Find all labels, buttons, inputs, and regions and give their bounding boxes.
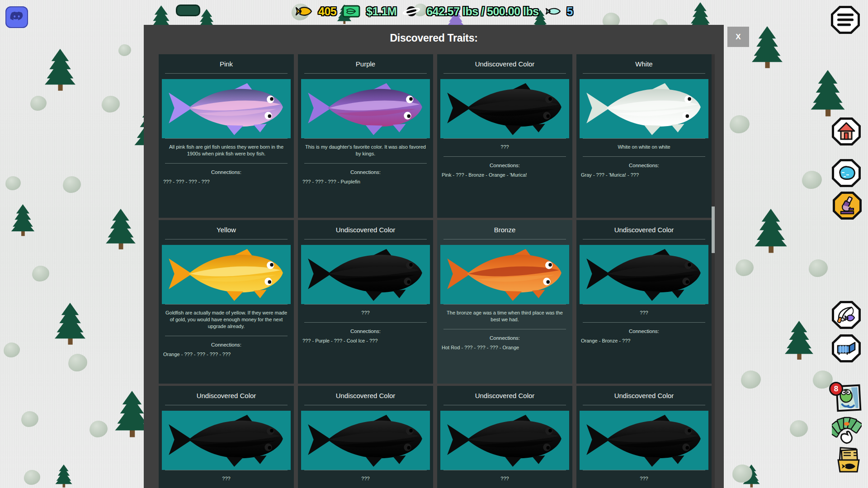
cyan-fish-icon bbox=[545, 6, 561, 17]
raft-button[interactable] bbox=[832, 334, 861, 362]
rock bbox=[736, 259, 754, 276]
divider bbox=[583, 239, 705, 239]
card-title: Yellow bbox=[159, 220, 294, 239]
card-title: Undiscovered Color bbox=[576, 386, 712, 405]
card-description: The bronze age was a time when third pla… bbox=[437, 305, 572, 329]
tackle-box-button[interactable] bbox=[835, 446, 863, 474]
fish-image bbox=[162, 79, 291, 138]
card-title: Undiscovered Color bbox=[298, 386, 433, 405]
raft-icon bbox=[836, 339, 856, 358]
close-button[interactable]: X bbox=[727, 27, 749, 47]
hand-cards-icon bbox=[832, 415, 862, 446]
rock bbox=[741, 371, 761, 389]
trait-card[interactable]: Undiscovered Color ??? Connections: ??? … bbox=[298, 220, 433, 384]
card-description: Goldfish are actually made of yellow. If… bbox=[159, 305, 294, 336]
divider bbox=[583, 304, 705, 305]
rock bbox=[68, 354, 87, 371]
rock bbox=[5, 176, 21, 190]
trait-card[interactable]: Pink All pink fish are girl fish unless … bbox=[159, 54, 294, 218]
fish-image bbox=[580, 79, 708, 138]
divider bbox=[583, 138, 705, 139]
connections-label: Connections: bbox=[298, 328, 433, 334]
trait-card[interactable]: Undiscovered Color ??? Connections: Pink… bbox=[437, 54, 572, 218]
bush bbox=[176, 5, 200, 16]
divider bbox=[443, 470, 566, 470]
connections-label: Connections: bbox=[298, 169, 433, 175]
pine-tree bbox=[105, 209, 136, 250]
fishing-rod-button[interactable] bbox=[832, 301, 861, 329]
divider bbox=[443, 405, 566, 405]
fish-image bbox=[301, 411, 430, 470]
connections-label: Connections: bbox=[159, 169, 294, 175]
trait-card[interactable]: White White on white on white Connection… bbox=[576, 54, 712, 218]
trait-card[interactable]: Bronze The bronze age was a time when th… bbox=[437, 220, 572, 384]
pine-tree bbox=[55, 465, 72, 488]
planet-icon bbox=[402, 4, 420, 19]
rock bbox=[24, 470, 40, 485]
discord-logo-icon bbox=[9, 11, 24, 23]
trait-card[interactable]: Undiscovered Color ??? Connections: bbox=[159, 386, 294, 488]
divider bbox=[583, 470, 705, 470]
card-title: Undiscovered Color bbox=[159, 386, 294, 405]
pine-tree bbox=[754, 209, 788, 254]
rock bbox=[63, 176, 81, 193]
rock bbox=[4, 343, 20, 357]
menu-button[interactable] bbox=[831, 6, 860, 34]
card-title: Undiscovered Color bbox=[576, 220, 712, 239]
game-screen: 405 $1.1M 642.57 lbs / 500.00 lbs 5 Disc… bbox=[0, 0, 868, 488]
card-title: Undiscovered Color bbox=[437, 54, 572, 73]
card-description: ??? bbox=[298, 305, 433, 322]
pond-icon bbox=[836, 164, 856, 183]
card-description: ??? bbox=[159, 470, 294, 488]
card-title: Purple bbox=[298, 54, 433, 73]
divider bbox=[165, 405, 288, 405]
hand-cards-button[interactable] bbox=[832, 415, 862, 446]
card-title: White bbox=[576, 54, 712, 73]
rock bbox=[21, 411, 38, 427]
divider bbox=[443, 239, 566, 239]
money-value: $1.1M bbox=[366, 5, 396, 18]
connections-label: Connections: bbox=[437, 163, 572, 168]
card-title: Pink bbox=[159, 54, 294, 73]
pine-tree bbox=[11, 204, 35, 237]
fish-image bbox=[440, 245, 569, 304]
connections-label: Connections: bbox=[576, 163, 712, 168]
cards-grid: Pink All pink fish are girl fish unless … bbox=[144, 54, 724, 488]
money-card-icon bbox=[342, 5, 360, 18]
divider bbox=[165, 336, 288, 336]
modal-scrollbar[interactable] bbox=[712, 54, 715, 488]
scrollbar-thumb[interactable] bbox=[712, 206, 715, 253]
resource-bar: 405 $1.1M 642.57 lbs / 500.00 lbs 5 bbox=[295, 4, 573, 19]
discord-icon[interactable] bbox=[5, 6, 28, 28]
weight-value: 642.57 lbs / 500.00 lbs bbox=[426, 5, 538, 18]
divider bbox=[443, 138, 566, 139]
pine-tree bbox=[751, 26, 783, 69]
fish-image bbox=[301, 245, 430, 304]
card-description: ??? bbox=[576, 305, 712, 322]
connections-label: Connections: bbox=[576, 328, 712, 334]
pine-tree bbox=[810, 70, 845, 117]
fish-image bbox=[580, 411, 708, 470]
pond-button[interactable] bbox=[832, 159, 861, 187]
trait-card[interactable]: Undiscovered Color ??? Connections: Oran… bbox=[576, 220, 712, 384]
divider bbox=[304, 470, 427, 470]
fish-image bbox=[440, 79, 569, 138]
trait-card[interactable]: Yellow Goldfish are actually made of yel… bbox=[159, 220, 294, 384]
divider bbox=[443, 304, 566, 305]
card-connections: Orange - ??? - ??? - ??? - ??? bbox=[159, 352, 294, 357]
card-description: White on white on white bbox=[576, 139, 712, 156]
fish-image bbox=[162, 411, 291, 470]
card-connections: Pink - ??? - Bronze - Orange - 'Murica! bbox=[437, 172, 572, 178]
trait-card[interactable]: Undiscovered Color ??? Connections: bbox=[576, 386, 712, 488]
discovered-traits-modal: Discovered Traits: Pink All pink fish ar… bbox=[144, 25, 724, 488]
trait-card[interactable]: Undiscovered Color ??? Connections: bbox=[437, 386, 572, 488]
divider bbox=[583, 156, 705, 157]
bait-count-value: 5 bbox=[567, 5, 573, 18]
divider bbox=[165, 163, 288, 164]
home-button[interactable] bbox=[832, 117, 861, 145]
trait-card[interactable]: Purple This is my daughter's favorite co… bbox=[298, 54, 433, 218]
fish-image bbox=[440, 411, 569, 470]
trait-card[interactable]: Undiscovered Color ??? Connections: bbox=[298, 386, 433, 488]
microscope-button[interactable] bbox=[833, 192, 862, 220]
card-title: Undiscovered Color bbox=[437, 386, 572, 405]
